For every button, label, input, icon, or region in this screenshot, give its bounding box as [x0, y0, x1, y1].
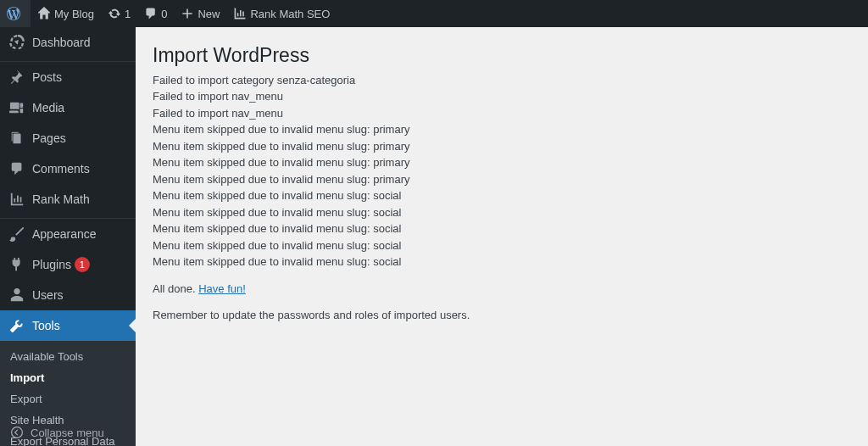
menu-posts[interactable]: Posts: [0, 62, 136, 92]
plus-icon: [181, 7, 194, 20]
log-line: Menu item skipped due to invalid menu sl…: [153, 237, 851, 254]
submenu-available-tools[interactable]: Available Tools: [0, 346, 136, 367]
log-line: Menu item skipped due to invalid menu sl…: [153, 121, 851, 138]
submenu-import[interactable]: Import: [0, 367, 136, 388]
log-line: Menu item skipped due to invalid menu sl…: [153, 138, 851, 155]
site-name-link[interactable]: My Blog: [31, 0, 101, 27]
menu-appearance[interactable]: Appearance: [0, 219, 136, 249]
menu-tools[interactable]: Tools: [0, 310, 136, 341]
log-line: Failed to import category senza-categori…: [153, 72, 851, 89]
chart-icon: [233, 7, 247, 20]
updates-link[interactable]: 1: [101, 0, 137, 27]
have-fun-link[interactable]: Have fun!: [198, 282, 246, 295]
plug-icon: [8, 256, 25, 273]
wordpress-icon: [7, 7, 20, 20]
menu-dashboard[interactable]: Dashboard: [0, 27, 136, 58]
menu-label: Appearance: [32, 227, 97, 241]
menu-label: Media: [32, 101, 64, 114]
rank-math-link[interactable]: Rank Math SEO: [226, 0, 337, 27]
dashboard-icon: [8, 34, 25, 51]
menu-plugins[interactable]: Plugins 1: [0, 249, 136, 280]
menu-label: Pages: [32, 131, 66, 145]
reminder-message: Remember to update the passwords and rol…: [153, 307, 851, 324]
done-text: All done.: [153, 282, 198, 295]
comment-icon: [144, 7, 158, 20]
collapse-icon: [8, 426, 25, 439]
collapse-label: Collapse menu: [31, 426, 104, 439]
done-message: All done. Have fun!: [153, 281, 851, 298]
tools-icon: [8, 317, 25, 334]
wp-logo[interactable]: [0, 0, 31, 27]
import-log: Failed to import category senza-categori…: [153, 72, 851, 270]
log-line: Menu item skipped due to invalid menu sl…: [153, 187, 851, 204]
admin-menu: Dashboard Posts Media Pages Comments Ran…: [0, 27, 136, 446]
menu-users[interactable]: Users: [0, 280, 136, 310]
page-title: Import WordPress: [153, 36, 851, 72]
menu-label: Comments: [32, 162, 90, 176]
menu-label: Plugins: [32, 258, 71, 271]
log-line: Menu item skipped due to invalid menu sl…: [153, 254, 851, 270]
home-icon: [37, 7, 51, 20]
menu-pages[interactable]: Pages: [0, 123, 136, 153]
log-line: Menu item skipped due to invalid menu sl…: [153, 154, 851, 171]
pin-icon: [8, 69, 25, 86]
media-icon: [8, 99, 25, 116]
log-line: Failed to import nav_menu: [153, 88, 851, 105]
brush-icon: [8, 226, 25, 243]
log-line: Menu item skipped due to invalid menu sl…: [153, 171, 851, 188]
user-icon: [8, 287, 25, 304]
comments-count: 0: [161, 8, 167, 20]
updates-count: 1: [125, 8, 131, 20]
rank-math-label: Rank Math SEO: [250, 8, 330, 20]
chart-icon: [8, 191, 25, 208]
svg-point-0: [12, 427, 23, 438]
menu-label: Rank Math: [32, 192, 90, 206]
log-line: Menu item skipped due to invalid menu sl…: [153, 220, 851, 237]
main-content: Import WordPress Failed to import catego…: [136, 27, 868, 446]
update-icon: [108, 7, 121, 20]
plugins-update-badge: 1: [75, 257, 90, 272]
comment-icon: [8, 160, 25, 177]
site-name: My Blog: [54, 8, 94, 20]
menu-label: Dashboard: [32, 36, 91, 49]
menu-rank-math[interactable]: Rank Math: [0, 184, 136, 215]
menu-media[interactable]: Media: [0, 92, 136, 123]
collapse-menu[interactable]: Collapse menu: [0, 419, 136, 446]
comments-link[interactable]: 0: [137, 0, 174, 27]
new-label: New: [198, 8, 220, 20]
log-line: Failed to import nav_menu: [153, 105, 851, 122]
menu-label: Tools: [32, 319, 60, 332]
submenu-export[interactable]: Export: [0, 388, 136, 410]
page-icon: [8, 130, 25, 147]
new-content-link[interactable]: New: [174, 0, 226, 27]
admin-toolbar: My Blog 1 0 New Rank Math SEO: [0, 0, 868, 27]
menu-label: Users: [32, 288, 64, 302]
menu-comments[interactable]: Comments: [0, 153, 136, 184]
log-line: Menu item skipped due to invalid menu sl…: [153, 204, 851, 221]
menu-label: Posts: [32, 70, 62, 84]
